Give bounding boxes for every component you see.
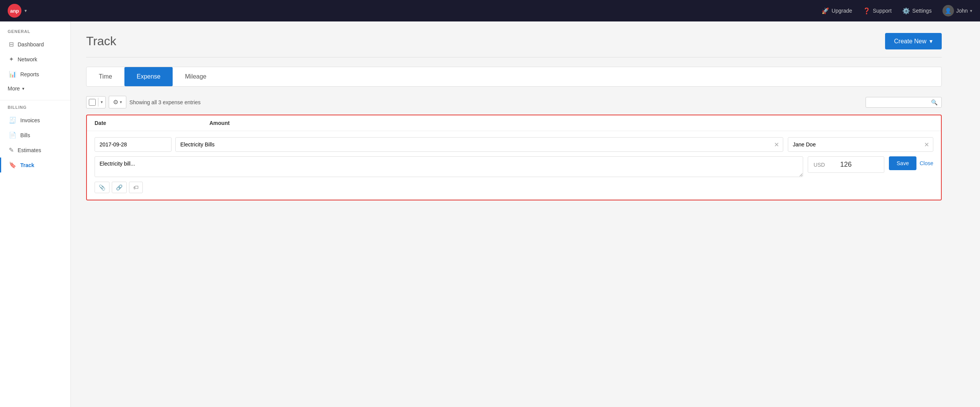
create-new-button[interactable]: Create New ▾ — [885, 33, 942, 49]
currency-amount-box: USD 126 — [808, 156, 884, 173]
support-label: Support — [873, 8, 892, 14]
right-panel — [957, 21, 980, 407]
navbar-left: anp ▾ — [8, 4, 27, 18]
currency-label: USD — [813, 162, 825, 168]
page-header: Track Create New ▾ — [86, 33, 942, 57]
amount-value: 126 — [829, 161, 852, 169]
gear-icon: ⚙️ — [902, 7, 910, 15]
main-layout: GENERAL ⊟ Dashboard ✦ Network 📊 Reports … — [0, 21, 980, 407]
dashboard-icon: ⊟ — [9, 41, 14, 48]
assignee-clear-icon[interactable]: ✕ — [920, 141, 933, 148]
support-nav-item[interactable]: ❓ Support — [863, 7, 892, 15]
more-chevron-icon: ▾ — [22, 86, 24, 91]
logo[interactable]: anp — [8, 4, 21, 18]
assignee-field-wrap: ✕ — [788, 137, 933, 152]
network-icon: ✦ — [9, 56, 14, 63]
search-wrap: 🔍 — [866, 97, 942, 108]
checkbox-wrapper: ▾ — [86, 96, 106, 108]
sidebar-item-reports[interactable]: 📊 Reports — [0, 67, 70, 82]
sidebar-item-label: Estimates — [18, 147, 41, 153]
upgrade-label: Upgrade — [831, 8, 852, 14]
attachment-icons: 📎 🔗 🏷 — [95, 182, 803, 193]
sidebar-item-dashboard[interactable]: ⊟ Dashboard — [0, 37, 70, 52]
notes-wrap: Electricity bill... 📎 🔗 🏷 — [95, 156, 803, 193]
expense-entry-row: ✕ ✕ Electricity bill... 📎 — [87, 131, 941, 200]
tab-time[interactable]: Time — [87, 67, 124, 86]
user-menu[interactable]: 👤 John ▾ — [942, 5, 972, 16]
logo-text: anp — [10, 8, 19, 14]
expense-table: Date Amount ✕ ✕ — [86, 115, 942, 200]
sidebar-item-label: Network — [18, 56, 37, 62]
sidebar-item-label: Bills — [20, 132, 30, 138]
user-chevron-icon: ▾ — [970, 8, 972, 13]
avatar-icon: 👤 — [945, 8, 951, 14]
close-button[interactable]: Close — [920, 156, 933, 170]
description-field-wrap: ✕ — [175, 137, 783, 152]
sidebar-item-label: Invoices — [20, 117, 40, 123]
tab-mileage[interactable]: Mileage — [173, 67, 219, 86]
more-label: More — [8, 85, 20, 92]
track-icon: 🔖 — [9, 161, 16, 169]
sidebar-divider — [0, 100, 70, 100]
help-icon: ❓ — [863, 7, 871, 15]
avatar: 👤 — [942, 5, 954, 16]
sidebar-item-estimates[interactable]: ✎ Estimates — [0, 143, 70, 158]
settings-gear-button[interactable]: ⚙ ▾ — [109, 96, 126, 108]
attach-file-button[interactable]: 📎 — [95, 182, 109, 193]
tab-expense[interactable]: Expense — [124, 67, 173, 86]
gear-chevron-icon: ▾ — [120, 100, 122, 105]
select-all-checkbox[interactable] — [89, 99, 96, 106]
gear-settings-icon: ⚙ — [113, 98, 118, 106]
sidebar-item-label: Dashboard — [18, 41, 44, 48]
description-input[interactable] — [176, 138, 770, 151]
showing-text: Showing all 3 expense entries — [129, 99, 862, 105]
bills-icon: 📄 — [9, 131, 16, 139]
main-content: Track Create New ▾ Time Expense Mileage … — [71, 21, 957, 407]
upgrade-nav-item[interactable]: 🚀 Upgrade — [822, 7, 852, 15]
settings-nav-item[interactable]: ⚙️ Settings — [902, 7, 932, 15]
page-title: Track — [86, 34, 116, 48]
tabs-container: Time Expense Mileage — [86, 67, 942, 87]
col-date-header: Date — [95, 120, 209, 126]
search-icon: 🔍 — [931, 99, 938, 105]
search-input[interactable] — [870, 99, 931, 105]
checkbox-dropdown-button[interactable]: ▾ — [98, 98, 105, 107]
amount-section: USD 126 Save Close — [808, 156, 933, 173]
navbar: anp ▾ 🚀 Upgrade ❓ Support ⚙️ Settings 👤 … — [0, 0, 980, 21]
estimates-icon: ✎ — [9, 146, 14, 154]
description-clear-icon[interactable]: ✕ — [770, 141, 783, 148]
logo-dropdown-chevron[interactable]: ▾ — [24, 8, 27, 13]
attach-tag-button[interactable]: 🏷 — [129, 182, 143, 193]
sidebar: GENERAL ⊟ Dashboard ✦ Network 📊 Reports … — [0, 21, 71, 407]
sidebar-item-track[interactable]: 🔖 Track — [0, 158, 70, 172]
sidebar-item-label: Reports — [20, 71, 39, 77]
user-name: John — [956, 8, 968, 14]
col-amount-header: Amount — [209, 120, 933, 126]
create-new-chevron-icon: ▾ — [929, 38, 933, 45]
sidebar-item-network[interactable]: ✦ Network — [0, 52, 70, 67]
save-button[interactable]: Save — [889, 156, 916, 170]
form-row-bottom: Electricity bill... 📎 🔗 🏷 USD 126 — [95, 156, 933, 193]
create-new-label: Create New — [894, 38, 926, 45]
date-field[interactable] — [95, 137, 172, 152]
form-row-top: ✕ ✕ — [95, 137, 933, 152]
sidebar-item-invoices[interactable]: 🧾 Invoices — [0, 113, 70, 128]
sidebar-item-label: Track — [20, 162, 34, 168]
table-header: Date Amount — [87, 115, 941, 131]
assignee-input[interactable] — [788, 138, 920, 151]
notes-textarea[interactable]: Electricity bill... — [95, 156, 803, 177]
toolbar: ▾ ⚙ ▾ Showing all 3 expense entries 🔍 — [86, 96, 942, 108]
invoices-icon: 🧾 — [9, 117, 16, 124]
reports-icon: 📊 — [9, 71, 16, 78]
navbar-right: 🚀 Upgrade ❓ Support ⚙️ Settings 👤 John ▾ — [822, 5, 972, 16]
general-section-label: GENERAL — [0, 29, 70, 37]
billing-section-label: BILLING — [0, 105, 70, 113]
action-buttons: Save Close — [889, 156, 933, 170]
attach-link-button[interactable]: 🔗 — [112, 182, 127, 193]
settings-label: Settings — [912, 8, 932, 14]
rocket-icon: 🚀 — [822, 7, 829, 15]
sidebar-item-bills[interactable]: 📄 Bills — [0, 128, 70, 143]
sidebar-more[interactable]: More ▾ — [0, 82, 70, 95]
